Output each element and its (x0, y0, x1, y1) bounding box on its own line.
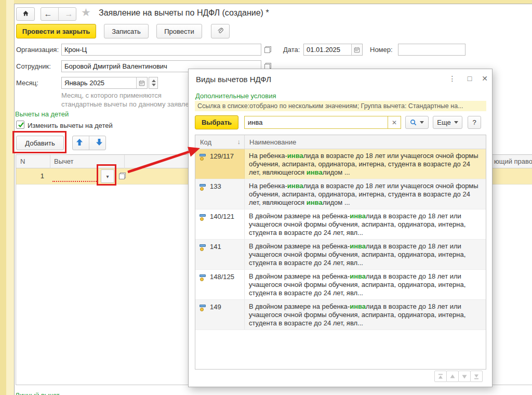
add-row-button[interactable]: Добавить (16, 136, 64, 150)
search-icon (410, 119, 417, 126)
back-arrow-icon: ← (44, 9, 52, 18)
org-choose-icon[interactable] (264, 46, 271, 53)
employee-label: Сотрудник: (16, 62, 51, 70)
personal-deduction-section-fragment: Личный вычет (15, 391, 60, 395)
month-hint-line1: Месяц, с которого применяются (61, 91, 162, 99)
list-col-name[interactable]: Наименование (245, 135, 486, 149)
catalog-item-icon (200, 184, 207, 191)
more-button-label: Еще (437, 118, 450, 126)
forward-button[interactable]: → (62, 9, 76, 19)
deduction-code: 133 (210, 182, 221, 209)
month-field (61, 77, 148, 89)
post-and-close-button[interactable]: Провести и закрыть (16, 24, 96, 38)
grid-col-deduction[interactable]: Вычет (54, 157, 74, 165)
left-strip-outer (0, 0, 6, 395)
grid-col-n[interactable]: N (20, 157, 25, 165)
search-box: ✕ (244, 116, 401, 129)
move-row-group (72, 136, 106, 150)
month-input[interactable] (62, 77, 136, 88)
page-title: Заявление на вычеты по НДФЛ (создание) * (99, 8, 269, 18)
nav-divider (58, 8, 59, 20)
modal-menu-button[interactable]: ⋮ (447, 74, 458, 83)
save-button[interactable]: Записать (104, 24, 149, 38)
deduction-name: В двойном размере на ребенка-инвалида в … (245, 270, 486, 299)
arrow-up-icon (76, 139, 83, 146)
top-strip (0, 0, 532, 4)
additional-conditions-link[interactable]: Дополнительные условия (195, 92, 276, 100)
move-row-down-button[interactable] (92, 139, 105, 147)
select-button[interactable]: Выбрать (195, 115, 238, 129)
deduction-type-row[interactable]: 133 На ребенка-инвалида в возрасте до 18… (195, 179, 486, 209)
sort-descending-icon: ↓ (237, 138, 241, 146)
go-up-icon (449, 374, 456, 379)
deduction-code: 149 (210, 303, 221, 330)
deduction-choose-icon[interactable] (119, 173, 126, 179)
go-up-button[interactable] (446, 371, 459, 382)
paperclip-icon (217, 27, 224, 36)
spinner-up-icon (152, 80, 156, 82)
catalog-item-icon (200, 244, 207, 252)
change-children-deductions-checkbox[interactable] (16, 121, 24, 129)
deduction-type-row[interactable]: 140/121 В двойном размере на ребенка-инв… (195, 209, 486, 240)
deduction-types-modal: Виды вычетов НДФЛ ⋮ □ ✕ Дополнительные у… (188, 69, 493, 387)
number-label: Номер: (370, 46, 393, 54)
post-button[interactable]: Провести (156, 24, 202, 38)
children-section-header: Вычеты на детей (15, 110, 69, 118)
favorite-star-icon[interactable]: ★ (81, 6, 91, 19)
deduction-type-row[interactable]: 129/117 На ребенка-инвалида в возрасте д… (195, 149, 486, 179)
grid-col-document-fragment: ющий право (494, 157, 532, 165)
more-button[interactable]: Еще (433, 116, 462, 129)
go-first-icon (437, 374, 444, 379)
deduction-type-row[interactable]: 141 В двойном размере на ребенка-инвалид… (195, 240, 486, 270)
required-field-underline[interactable] (52, 181, 98, 182)
home-button[interactable] (16, 7, 35, 21)
date-input[interactable] (304, 44, 351, 55)
number-input[interactable] (398, 44, 466, 56)
deduction-code: 141 (210, 243, 221, 269)
deduction-type-row[interactable]: 149 В двойном размере на ребенка-инвалид… (195, 300, 486, 330)
search-input[interactable] (245, 116, 388, 128)
move-row-up-button[interactable] (73, 139, 86, 147)
modal-close-button[interactable]: ✕ (480, 74, 490, 83)
go-down-button[interactable] (458, 371, 471, 382)
org-input[interactable] (61, 44, 261, 56)
month-spinner[interactable] (149, 77, 158, 89)
attachments-button[interactable] (211, 24, 230, 38)
maximize-icon: □ (468, 74, 472, 83)
go-last-icon (473, 374, 480, 379)
home-icon (22, 10, 30, 18)
calendar-icon (354, 47, 360, 53)
deduction-type-row[interactable]: 148/125 В двойном размере на ребенка-инв… (195, 270, 486, 300)
clear-icon: ✕ (392, 119, 397, 126)
org-label: Организация: (16, 46, 59, 54)
go-first-button[interactable] (434, 371, 447, 382)
deduction-code: 148/125 (210, 273, 234, 299)
search-button[interactable] (405, 116, 429, 129)
date-calendar-button[interactable] (351, 44, 362, 55)
kebab-icon: ⋮ (449, 74, 457, 83)
change-children-deductions-label: Изменить вычеты на детей (28, 122, 113, 129)
deduction-name: В двойном размере на ребенка-инвалида в … (245, 209, 486, 239)
deduction-dropdown-button[interactable]: ▾ (101, 169, 114, 183)
forward-arrow-icon: → (65, 9, 73, 18)
modal-maximize-button[interactable]: □ (464, 74, 475, 83)
list-col-code-label: Код (200, 138, 211, 146)
catalog-item-icon (200, 305, 207, 312)
back-button[interactable]: ← (41, 9, 55, 19)
deduction-code: 129/117 (210, 152, 234, 179)
deduction-code: 140/121 (210, 213, 234, 239)
go-last-button[interactable] (470, 371, 483, 382)
deduction-name: На ребенка-инвалида в возрасте до 18 лет… (245, 149, 486, 179)
left-strip-inner (6, 0, 14, 395)
help-button[interactable]: ? (468, 116, 481, 129)
clear-search-button[interactable]: ✕ (388, 116, 401, 128)
checkmark-icon (17, 121, 25, 128)
move-divider (89, 136, 89, 150)
spinner-down-icon (152, 84, 156, 86)
list-col-code[interactable]: Код ↓ (195, 135, 245, 149)
deduction-types-list: Код ↓ Наименование 129/117 На ребенка-ин… (195, 135, 486, 370)
deduction-name: На ребенка-инвалида в возрасте до 18 лет… (245, 179, 486, 209)
month-calendar-button[interactable] (136, 77, 147, 88)
history-nav-group: ← → (41, 7, 76, 21)
arrow-down-icon (96, 139, 102, 146)
